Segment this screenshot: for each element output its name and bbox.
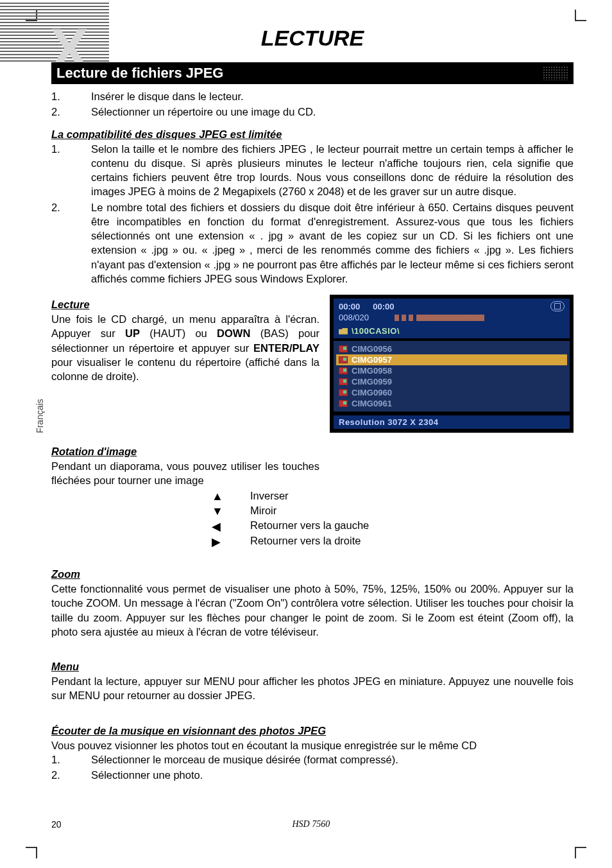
progress-bars-icon: [395, 315, 484, 321]
lecture-paragraph: Une fois le CD chargé, un menu apparaîtr…: [51, 312, 319, 383]
music-list: 1.Sélectionner le morceau de musique dés…: [51, 752, 574, 783]
thumbnail-icon: [339, 389, 348, 396]
file-row: CIMG0956: [336, 343, 567, 354]
crop-mark: [575, 847, 586, 858]
subsection-heading: Lecture: [51, 299, 319, 311]
resolution-label: Resolution 3072 X 2304: [334, 415, 570, 429]
section-heading: Lecture de fichiers JPEG: [56, 65, 223, 82]
file-list: CIMG0956 CIMG0957 CIMG0958 CIMG0959 CIMG…: [334, 341, 570, 412]
subsection-heading: Écouter de la musique en visionnant des …: [51, 725, 574, 737]
music-intro: Vous pouvez visionner les photos tout en…: [51, 738, 574, 752]
list-number: 2.: [51, 768, 91, 782]
list-number: 1.: [51, 142, 91, 199]
file-counter: 008/020: [339, 313, 369, 322]
menu-paragraph: Pendant la lecture, appuyer sur MENU pou…: [51, 674, 574, 703]
thumbnail-icon: [339, 378, 348, 385]
list-number: 2.: [51, 200, 91, 286]
arrow-left-icon: ◀: [212, 519, 250, 534]
player-screenshot: 00:00 00:00 008/020 \100CASIO\ CIMG0956: [330, 295, 574, 433]
arrow-label: Retourner vers la droite: [250, 535, 361, 549]
arrow-right-icon: ▶: [212, 535, 250, 549]
list-text: Insérer le disque dans le lecteur.: [91, 89, 574, 103]
model-label: HSD 7560: [62, 819, 561, 829]
list-text: Sélectionner une photo.: [91, 768, 574, 782]
file-row: CIMG0959: [336, 376, 567, 387]
arrow-label: Retourner vers la gauche: [250, 519, 369, 534]
crop-mark: [575, 10, 586, 21]
list-text: Sélectionner le morceau de musique désir…: [91, 752, 574, 767]
thumbnail-icon: [339, 400, 348, 407]
crop-mark: [26, 847, 37, 858]
subsection-heading: Rotation d'image: [51, 446, 319, 458]
arrow-label: Inverser: [250, 490, 289, 503]
dot-pattern-icon: [543, 66, 568, 80]
compat-list: 1.Selon la taille et le nombre des fichi…: [51, 142, 574, 286]
file-row: CIMG0957: [336, 354, 567, 365]
language-tab: Français: [35, 399, 45, 433]
page-number: 20: [51, 819, 62, 829]
arrow-label: Miroir: [250, 505, 276, 518]
section-heading-bar: Lecture de fichiers JPEG: [51, 62, 574, 84]
folder-name: \100CASIO\: [352, 326, 400, 336]
subsection-heading: Zoom: [51, 568, 574, 580]
list-text: Le nombre total des fichiers et dossiers…: [91, 200, 574, 286]
thumbnail-icon: [339, 367, 348, 374]
list-text: Selon la taille et le nombre des fichier…: [91, 142, 574, 199]
list-number: 1.: [51, 89, 91, 103]
time-total: 00:00: [373, 302, 394, 311]
subsection-heading: La compatibilité des disques JPEG est li…: [51, 128, 574, 141]
list-number: 1.: [51, 752, 91, 767]
stop-icon: [550, 301, 565, 311]
zoom-paragraph: Cette fonctionnalité vous permet de visu…: [51, 582, 574, 639]
arrow-up-icon: ▲: [212, 490, 250, 503]
arrow-key-table: ▲Inverser ▼Miroir ◀Retourner vers la gau…: [212, 490, 574, 549]
page-title: LECTURE: [51, 26, 574, 51]
open-folder-icon: [339, 328, 348, 334]
list-number: 2.: [51, 105, 91, 119]
subsection-heading: Menu: [51, 661, 574, 673]
rotation-paragraph: Pendant un diaporama, vous pouvez utilis…: [51, 459, 319, 488]
file-row: CIMG0958: [336, 365, 567, 376]
file-row: CIMG0961: [336, 398, 567, 409]
time-elapsed: 00:00: [339, 302, 360, 311]
arrow-down-icon: ▼: [212, 505, 250, 518]
thumbnail-icon: [339, 345, 348, 352]
list-text: Sélectionner un répertoire ou une image …: [91, 105, 574, 119]
page-footer: 20 HSD 7560: [51, 819, 574, 829]
thumbnail-icon: [339, 356, 348, 363]
intro-list: 1.Insérer le disque dans le lecteur. 2.S…: [51, 89, 574, 119]
file-row: CIMG0960: [336, 387, 567, 398]
